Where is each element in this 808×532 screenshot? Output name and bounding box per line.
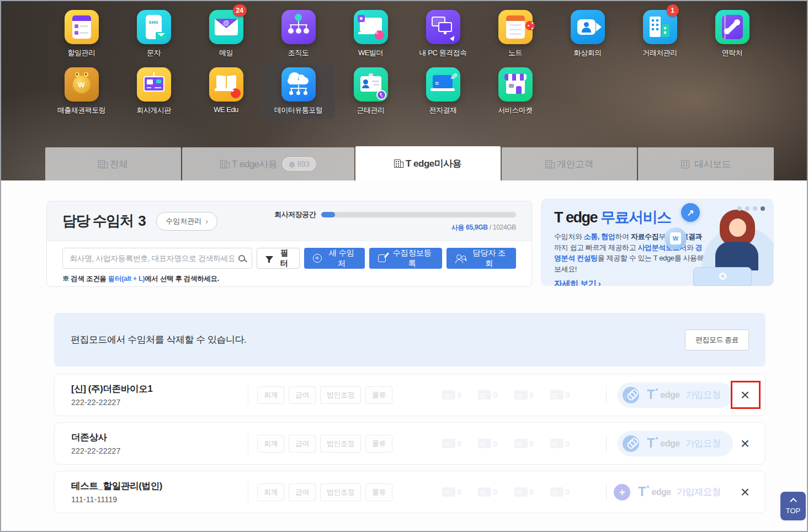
tab-tedge-in-use[interactable]: T edge사용 893 — [182, 147, 354, 180]
carousel-dot-active[interactable] — [761, 206, 765, 211]
tedge-action-label: 가입요청 — [685, 437, 721, 450]
count-value: 0 — [493, 390, 497, 400]
banner-text-seg: 와 — [687, 243, 695, 252]
tab-individual-customers[interactable]: 개인고객 — [502, 147, 637, 180]
delete-client-button[interactable]: × — [738, 387, 752, 403]
module-badge: 법인조정 — [320, 435, 361, 453]
data-counts: 0 0 0 0 — [442, 390, 570, 400]
app-todo[interactable]: 할일관리 — [45, 4, 118, 62]
service-market-icon — [498, 67, 533, 102]
search-icon[interactable] — [238, 255, 245, 262]
app-sms[interactable]: SMS 문자 — [118, 4, 190, 62]
delete-client-button[interactable]: × — [738, 436, 752, 451]
app-attendance[interactable]: 근태관리 — [334, 62, 407, 119]
register-collected-info-label: 수집정보등록 — [391, 248, 433, 269]
tedge-join-request-button[interactable]: + T edge 가입요청 — [618, 382, 732, 408]
new-client-button[interactable]: 새 수임처 — [304, 248, 365, 269]
app-data-portal[interactable]: ↓ 데이터유통포털 — [262, 62, 334, 119]
chevron-right-icon: › — [205, 217, 208, 226]
client-count: 3 — [138, 212, 145, 230]
exit-edit-mode-button[interactable]: 편집모드 종료 — [685, 329, 749, 350]
category-tabbar: 전체 T edge사용 893 T edge미사용 개인고객 대시보드 — [45, 146, 774, 180]
tab-label: 전체 — [110, 158, 128, 171]
app-orgchart[interactable]: 조직도 — [262, 4, 334, 62]
hint-suffix: 에서 선택 후 검색하세요. — [145, 275, 219, 283]
module-badge: 회계 — [257, 435, 284, 453]
module-badge: 물류 — [365, 435, 392, 453]
app-label: 화상회의 — [574, 48, 602, 58]
count-value: 0 — [529, 439, 534, 448]
app-receivables-factoring[interactable]: W 매출채권팩토링 — [45, 62, 118, 119]
carousel-dot[interactable] — [753, 206, 757, 211]
module-badge: 법인조정 — [320, 483, 361, 501]
count-value: 0 — [565, 439, 570, 448]
tedge-join-request-button[interactable]: + T edge 가입요청 — [618, 431, 732, 456]
app-video-meeting[interactable]: 화상회의 — [551, 4, 624, 62]
app-company-board[interactable]: 회사게시판 — [118, 62, 190, 119]
app-contacts[interactable]: 연락처 — [696, 4, 768, 62]
tab-tedge-not-in-use[interactable]: T edge미사용 — [355, 146, 501, 180]
filter-button[interactable]: 필터 — [257, 248, 300, 269]
delete-client-button[interactable]: × — [738, 485, 752, 500]
app-webuilder[interactable]: ✎ WE빌더 — [334, 4, 407, 62]
app-client-management[interactable]: 1 거래처관리 — [624, 4, 696, 62]
new-client-label: 새 수임처 — [327, 248, 356, 269]
app-label: 매출채권팩토링 — [57, 105, 106, 115]
filter-shortcut-link[interactable]: 필터(alt + L) — [108, 275, 145, 283]
scroll-to-top-button[interactable]: TOP — [780, 492, 806, 520]
banner-text-seg: 자료수집 — [631, 232, 658, 241]
count-value: 0 — [529, 487, 534, 497]
search-input[interactable] — [70, 254, 234, 263]
client-info: 테스트_할일관리(법인) 111-11-11119 — [71, 480, 248, 504]
tedge-promo-banner[interactable]: T edge 무료서비스 수임처와 소통, 협업하여 자료수집부터 신고결과까지… — [541, 199, 774, 286]
app-e-approval[interactable]: ≈✎ 전자결재 — [407, 62, 479, 119]
carousel-dot[interactable] — [737, 206, 742, 211]
count-icon — [514, 439, 528, 448]
count-icon — [550, 439, 564, 448]
edit-square-icon — [378, 254, 386, 262]
badge-count: 893 — [297, 159, 310, 168]
app-label: 데이터유통포털 — [274, 105, 323, 115]
tedge-logo-t: T — [647, 437, 655, 450]
app-note[interactable]: 노트 — [479, 4, 551, 62]
count-icon — [442, 390, 455, 400]
app-label: 근태관리 — [357, 105, 385, 115]
building-icon — [394, 159, 401, 168]
grid-icon — [681, 160, 689, 168]
app-service-market[interactable]: 서비스마켓 — [479, 62, 551, 119]
tab-label: 대시보드 — [694, 158, 731, 171]
app-remote-pc[interactable]: 내 PC 원격접속 — [407, 4, 479, 62]
clients-panel: 담당 수임처 3 수임처관리 › 회사저장공간 사용 65,9GB / 1024… — [46, 201, 532, 287]
app-we-edu[interactable]: ▶ WE Edu — [190, 62, 262, 119]
count-value: 0 — [493, 439, 497, 448]
banner-text-seg: 소통, 협업 — [584, 232, 615, 241]
app-label: WE빌더 — [358, 48, 383, 58]
app-label: WE Edu — [214, 105, 238, 114]
count-icon — [478, 487, 491, 497]
count-value: 0 — [457, 390, 461, 400]
module-badge: 급여 — [289, 386, 316, 404]
app-mail[interactable]: 24 @ 메일 — [190, 4, 262, 62]
search-field — [62, 248, 252, 269]
building-icon — [98, 160, 105, 168]
client-business-number: 111-11-11119 — [71, 495, 248, 504]
banner-text-seg: 수임처와 — [554, 232, 584, 241]
sms-icon: SMS — [137, 10, 171, 44]
banner-more-link[interactable]: 자세히 보기 › — [554, 279, 600, 286]
register-collected-info-button[interactable]: 수집정보등록 — [369, 248, 442, 269]
carousel-dot[interactable] — [745, 206, 749, 211]
tab-dashboard[interactable]: 대시보드 — [638, 147, 774, 180]
lookup-manager-button[interactable]: 담당자 조회 — [446, 248, 516, 269]
search-hint: ※ 검색 조건을 필터(alt + L)에서 선택 후 검색하세요. — [62, 274, 516, 284]
module-badges: 회계 급여 법인조정 물류 — [257, 435, 392, 453]
storage-label: 회사저장공간 — [274, 210, 316, 220]
divider — [248, 483, 248, 502]
tedge-rejoin-request-button[interactable]: + T edge 가입재요청 — [609, 480, 732, 505]
manage-clients-button[interactable]: 수임처관리 › — [156, 212, 217, 231]
data-counts: 0 0 0 0 — [442, 487, 570, 497]
link-icon: + — [623, 387, 639, 403]
tab-all[interactable]: 전체 — [45, 147, 181, 180]
module-badge: 급여 — [289, 483, 316, 501]
e-approval-icon: ≈✎ — [426, 67, 460, 102]
app-label: 내 PC 원격접속 — [419, 48, 467, 58]
